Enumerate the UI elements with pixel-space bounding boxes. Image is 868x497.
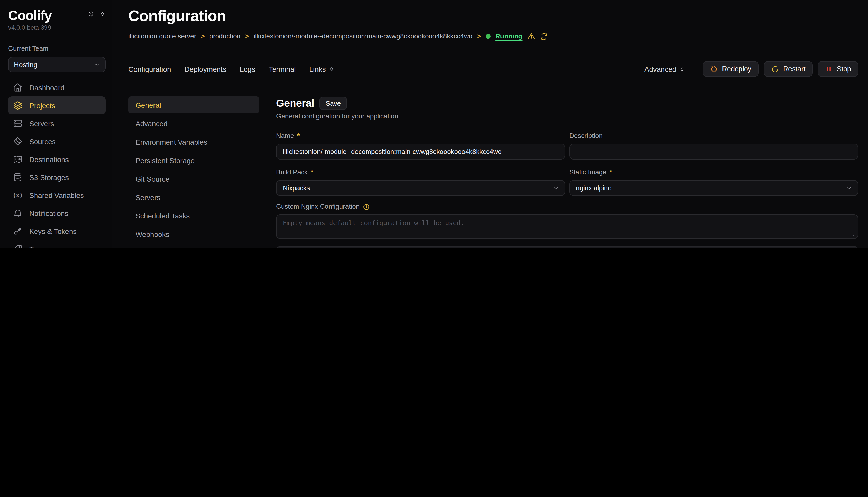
sidebar-nav: Dashboard Projects Servers Sources Desti…: [8, 79, 106, 248]
page-title: Configuration: [128, 6, 858, 26]
required-marker: *: [297, 131, 300, 141]
advanced-label: Advanced: [645, 65, 677, 73]
breadcrumb-separator: >: [477, 32, 481, 41]
breadcrumb-separator: >: [201, 32, 205, 41]
sidebar-item-label: Destinations: [29, 155, 69, 164]
section-title: General: [276, 96, 314, 110]
build-pack-label: Build Pack: [276, 168, 308, 177]
breadcrumb-application[interactable]: illicitestonion/-module--decomposition:m…: [253, 32, 472, 41]
sidebar-item-s3-storages[interactable]: S3 Storages: [8, 168, 106, 186]
subnav-item-advanced[interactable]: Advanced: [128, 115, 259, 132]
sidebar-item-notifications[interactable]: Notifications: [8, 204, 106, 222]
sidebar-item-shared-variables[interactable]: (x) Shared Variables: [8, 186, 106, 204]
breadcrumb: illicitonion quote server > production >…: [128, 32, 858, 41]
sidebar-item-label: Sources: [29, 137, 56, 145]
tab-configuration[interactable]: Configuration: [128, 65, 171, 73]
app-logo: Coolify: [8, 7, 52, 24]
sidebar-item-label: Servers: [29, 119, 54, 127]
section-subtitle: General configuration for your applicati…: [276, 112, 858, 121]
subnav-item-servers[interactable]: Servers: [128, 189, 259, 206]
redeploy-button[interactable]: Redeploy: [702, 61, 758, 77]
tabbar: Configuration Deployments Logs Terminal …: [112, 56, 868, 82]
subnav-item-git-source[interactable]: Git Source: [128, 170, 259, 187]
subnav-item-webhooks[interactable]: Webhooks: [128, 226, 259, 243]
config-subnav: General Advanced Environment Variables P…: [128, 96, 259, 248]
required-marker: *: [311, 168, 313, 177]
instance-selector-icon[interactable]: [99, 11, 106, 17]
chevron-down-icon: [94, 61, 100, 68]
breadcrumb-separator: >: [245, 32, 249, 41]
save-button[interactable]: Save: [319, 97, 347, 110]
sidebar-item-sources[interactable]: Sources: [8, 132, 106, 150]
home-icon: [12, 82, 23, 93]
breadcrumb-environment[interactable]: production: [209, 32, 240, 41]
generate-nginx-button[interactable]: Generate Default Nginx Configuration: [276, 246, 858, 248]
server-icon: [12, 118, 23, 128]
subnav-item-persistent-storage[interactable]: Persistent Storage: [128, 152, 259, 169]
sidebar-item-projects[interactable]: Projects: [8, 96, 106, 114]
status-dot: [486, 34, 491, 39]
subnav-item-preview-deployments[interactable]: Preview Deployments: [128, 244, 259, 248]
git-icon: [12, 136, 23, 146]
sidebar-item-destinations[interactable]: Destinations: [8, 150, 106, 168]
subnav-item-scheduled-tasks[interactable]: Scheduled Tasks: [128, 207, 259, 224]
sidebar-item-servers[interactable]: Servers: [8, 114, 106, 132]
description-input[interactable]: [569, 144, 858, 159]
info-icon[interactable]: [363, 203, 369, 210]
bell-icon: [12, 208, 23, 218]
tab-logs[interactable]: Logs: [240, 65, 256, 73]
name-label: Name: [276, 131, 294, 141]
app-version: v4.0.0-beta.399: [8, 24, 106, 32]
tab-terminal[interactable]: Terminal: [269, 65, 296, 73]
shared-variables-icon: (x): [12, 190, 23, 200]
tab-deployments[interactable]: Deployments: [184, 65, 226, 73]
tab-links[interactable]: Links: [309, 65, 335, 73]
selector-icon: [329, 66, 335, 72]
sidebar-item-keys-tokens[interactable]: Keys & Tokens: [8, 222, 106, 240]
description-label: Description: [569, 131, 603, 141]
static-image-value: nginx:alpine: [576, 184, 611, 192]
sidebar-item-label: Tags: [29, 245, 44, 248]
layers-icon: [12, 100, 23, 111]
sidebar-item-dashboard[interactable]: Dashboard: [8, 79, 106, 96]
team-select-value: Hosting: [14, 61, 38, 69]
sidebar-item-tags[interactable]: Tags: [8, 240, 106, 248]
coolify-app: Coolify v4.0.0-beta.399 Current Team Hos…: [0, 0, 868, 248]
sidebar-item-label: Keys & Tokens: [29, 227, 77, 235]
theme-toggle-sun-icon[interactable]: [87, 10, 95, 18]
sidebar-item-label: S3 Storages: [29, 173, 69, 181]
custom-nginx-label: Custom Nginx Configuration: [276, 202, 360, 211]
stop-button[interactable]: Stop: [818, 61, 858, 77]
static-image-select[interactable]: nginx:alpine: [569, 180, 858, 196]
sidebar: Coolify v4.0.0-beta.399 Current Team Hos…: [0, 0, 112, 248]
database-icon: [12, 172, 23, 182]
sidebar-item-label: Notifications: [29, 209, 69, 217]
sidebar-item-label: Shared Variables: [29, 191, 84, 199]
name-input[interactable]: [276, 144, 565, 159]
sidebar-item-label: Dashboard: [29, 83, 65, 91]
refresh-icon[interactable]: [540, 32, 548, 40]
tab-links-label: Links: [309, 65, 326, 73]
pause-icon: [825, 65, 832, 73]
custom-nginx-textarea[interactable]: [276, 214, 858, 239]
current-team-label: Current Team: [8, 44, 106, 53]
team-select[interactable]: Hosting: [8, 57, 106, 72]
status-badge[interactable]: Running: [495, 32, 522, 41]
subnav-item-environment-variables[interactable]: Environment Variables: [128, 133, 259, 150]
warning-triangle-icon[interactable]: [527, 32, 535, 41]
build-pack-select[interactable]: Nixpacks: [276, 180, 565, 196]
sidebar-item-label: Projects: [29, 101, 55, 110]
advanced-menu[interactable]: Advanced: [645, 65, 685, 73]
restart-button[interactable]: Restart: [763, 61, 813, 77]
tag-icon: [12, 244, 23, 248]
breadcrumb-project[interactable]: illicitonion quote server: [128, 32, 196, 41]
general-form: General Save General configuration for y…: [276, 96, 858, 248]
static-image-label: Static Image: [569, 168, 606, 177]
redeploy-label: Redeploy: [722, 65, 751, 73]
redeploy-icon: [709, 65, 718, 73]
subnav-item-general[interactable]: General: [128, 96, 259, 113]
main-area: Configuration illicitonion quote server …: [112, 0, 868, 248]
chevron-down-icon: [846, 185, 853, 191]
restart-icon: [771, 65, 779, 73]
build-pack-value: Nixpacks: [283, 184, 310, 192]
